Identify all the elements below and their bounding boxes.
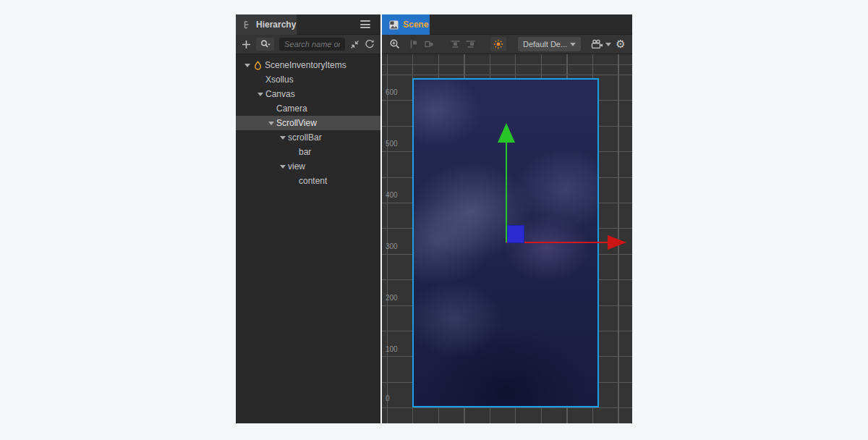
tab-scene[interactable]: Scene xyxy=(382,14,430,35)
hierarchy-tab-label: Hierarchy xyxy=(256,20,296,30)
expand-arrow-icon[interactable] xyxy=(242,64,252,67)
scene-tabbar: Scene xyxy=(382,14,632,35)
chevron-down-icon xyxy=(605,43,611,46)
tree-node-label: SceneInventoryItems xyxy=(265,60,346,70)
expand-arrow-icon[interactable] xyxy=(277,165,288,169)
hierarchy-tree: SceneInventoryItems Xsollus Canvas Camer… xyxy=(236,54,380,188)
expand-arrow-icon[interactable] xyxy=(255,93,265,96)
scene-settings-gear-icon[interactable]: ⚙ xyxy=(616,39,625,50)
tree-node-view[interactable]: view xyxy=(236,159,380,174)
scene-image-icon xyxy=(389,20,399,30)
ruler-label: 0 xyxy=(386,394,390,403)
tree-node-xsollus[interactable]: Xsollus xyxy=(236,72,380,87)
align-bottom-edge-icon[interactable] xyxy=(465,39,476,49)
align-top-edge-icon[interactable] xyxy=(450,39,461,49)
scene-viewport[interactable]: 600 500 400 300 200 100 0 xyxy=(382,54,632,423)
gizmo-x-arrow-icon[interactable] xyxy=(608,235,626,250)
sun-icon xyxy=(493,39,503,49)
chevron-down-icon xyxy=(570,43,576,46)
ruler-label: 200 xyxy=(386,294,398,302)
tree-node-label: scrollBar xyxy=(288,132,322,143)
expand-arrow-icon[interactable] xyxy=(265,122,276,125)
refresh-icon[interactable] xyxy=(365,39,375,49)
tree-node-label: content xyxy=(299,176,327,186)
tree-node-label: bar xyxy=(299,147,311,157)
tree-node-scrollbar[interactable]: scrollBar xyxy=(236,130,380,145)
zoom-icon[interactable] xyxy=(389,38,401,50)
resolution-dropdown[interactable]: Default De... xyxy=(518,37,581,51)
tree-node-camera[interactable]: Camera xyxy=(236,101,380,116)
search-input[interactable] xyxy=(279,38,345,51)
tree-node-sceneinventoryitems[interactable]: SceneInventoryItems xyxy=(236,58,380,72)
hierarchy-panel: Hierarchy xyxy=(236,14,380,423)
tab-hierarchy[interactable]: Hierarchy xyxy=(236,14,297,35)
scene-toolbar: Default De... ⚙ xyxy=(382,35,632,54)
ruler-label: 100 xyxy=(386,345,398,354)
camera-view-button[interactable] xyxy=(591,39,611,49)
gizmo-y-arrow-icon[interactable] xyxy=(498,123,515,143)
align-right-edge-icon[interactable] xyxy=(424,39,434,49)
tree-node-bar[interactable]: bar xyxy=(236,145,380,159)
tree-node-label: Xsollus xyxy=(265,75,294,85)
resolution-dropdown-label: Default De... xyxy=(523,40,567,48)
editor-window: Hierarchy xyxy=(0,0,868,440)
hierarchy-tabbar: Hierarchy xyxy=(236,14,380,35)
ruler-label: 600 xyxy=(386,88,398,97)
ruler-label: 500 xyxy=(386,140,398,148)
tree-node-content[interactable]: content xyxy=(236,174,380,188)
tree-node-scrollview[interactable]: ScrollView xyxy=(236,116,380,130)
ruler-label: 300 xyxy=(386,242,398,251)
scene-flame-icon xyxy=(252,61,263,70)
hierarchy-toolbar xyxy=(236,35,380,54)
tree-node-label: ScrollView xyxy=(276,118,317,128)
tree-node-canvas[interactable]: Canvas xyxy=(236,87,380,101)
ruler-label: 400 xyxy=(386,191,398,200)
camera-icon xyxy=(591,39,603,49)
tree-node-label: Canvas xyxy=(265,89,295,99)
hierarchy-tree-icon xyxy=(243,20,252,29)
hierarchy-menu-icon[interactable] xyxy=(360,20,370,28)
tree-node-label: view xyxy=(288,161,305,172)
lighting-toggle-button[interactable] xyxy=(490,37,506,51)
collapse-all-icon[interactable] xyxy=(350,40,359,49)
scene-tab-label: Scene xyxy=(403,20,428,30)
align-left-edge-icon[interactable] xyxy=(409,39,420,49)
tree-node-label: Camera xyxy=(276,103,307,114)
gizmo-anchor-square[interactable] xyxy=(507,225,524,243)
add-node-button[interactable] xyxy=(242,40,251,49)
expand-arrow-icon[interactable] xyxy=(277,136,288,140)
scene-panel: Scene xyxy=(382,14,632,423)
search-filter-button[interactable] xyxy=(256,38,274,51)
